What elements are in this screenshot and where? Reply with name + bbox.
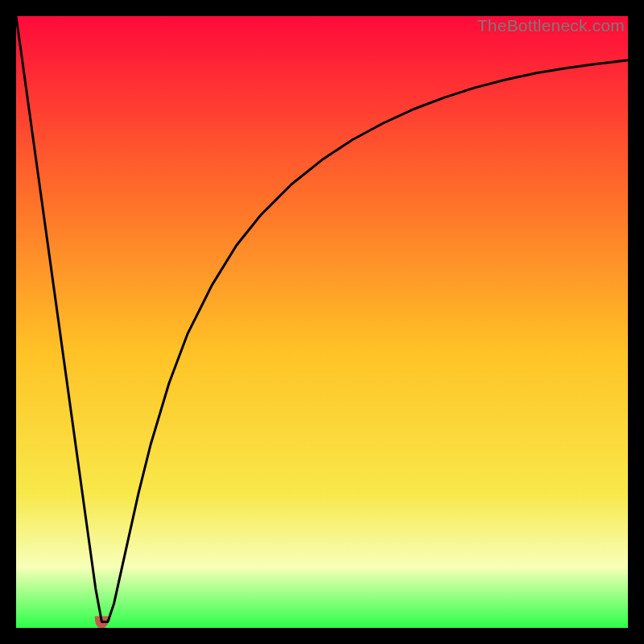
chart-frame: TheBottleneck.com bbox=[16, 16, 628, 628]
watermark-text: TheBottleneck.com bbox=[477, 16, 625, 35]
bottleneck-chart bbox=[16, 16, 628, 628]
gradient-background bbox=[16, 16, 628, 628]
